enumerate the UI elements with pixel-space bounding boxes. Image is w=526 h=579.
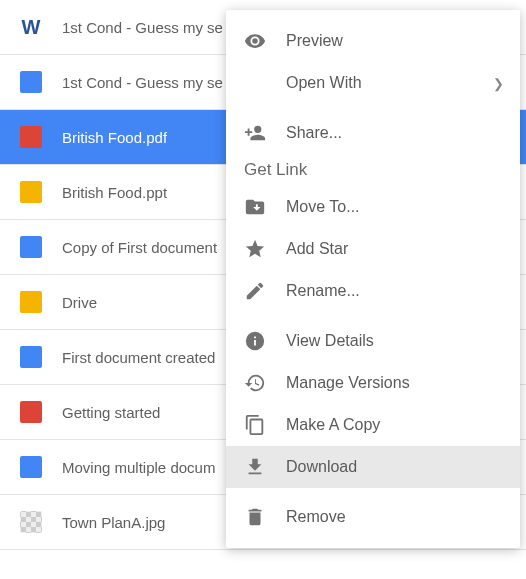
- file-name: British Food.ppt: [62, 184, 167, 201]
- menu-label: Move To...: [286, 198, 360, 216]
- file-name: Moving multiple docum: [62, 459, 215, 476]
- menu-remove[interactable]: Remove: [226, 496, 520, 538]
- menu-add-star[interactable]: Add Star: [226, 228, 520, 270]
- menu-label: Preview: [286, 32, 343, 50]
- menu-label: Add Star: [286, 240, 348, 258]
- chevron-right-icon: ❯: [493, 76, 504, 91]
- person-add-icon: [244, 122, 266, 144]
- gdoc-file-icon: [20, 456, 42, 478]
- blank-icon: [244, 72, 266, 94]
- menu-label: Get Link: [244, 160, 307, 179]
- gslide-file-icon: [20, 181, 42, 203]
- history-icon: [244, 372, 266, 394]
- menu-preview[interactable]: Preview: [226, 20, 520, 62]
- menu-label: View Details: [286, 332, 374, 350]
- menu-share[interactable]: Share...: [226, 112, 520, 154]
- file-name: 1st Cond - Guess my se: [62, 74, 223, 91]
- eye-icon: [244, 30, 266, 52]
- menu-download[interactable]: Download: [226, 446, 520, 488]
- pdf-file-icon: [20, 126, 42, 148]
- file-name: First document created: [62, 349, 215, 366]
- menu-make-a-copy[interactable]: Make A Copy: [226, 404, 520, 446]
- file-name: Drive: [62, 294, 97, 311]
- file-name: British Food.pdf: [62, 129, 167, 146]
- gslide-file-icon: [20, 291, 42, 313]
- gdoc-file-icon: [20, 236, 42, 258]
- image-file-icon: [20, 511, 42, 533]
- menu-label: Download: [286, 458, 357, 476]
- pencil-icon: [244, 280, 266, 302]
- trash-icon: [244, 506, 266, 528]
- download-icon: [244, 456, 266, 478]
- menu-manage-versions[interactable]: Manage Versions: [226, 362, 520, 404]
- file-name: 1st Cond - Guess my se: [62, 19, 223, 36]
- menu-label: Remove: [286, 508, 346, 526]
- menu-view-details[interactable]: View Details: [226, 320, 520, 362]
- menu-get-link[interactable]: Get Link: [226, 154, 520, 186]
- gdoc-file-icon: [20, 71, 42, 93]
- menu-rename[interactable]: Rename...: [226, 270, 520, 312]
- menu-label: Open With: [286, 74, 362, 92]
- file-name: Town PlanA.jpg: [62, 514, 165, 531]
- copy-icon: [244, 414, 266, 436]
- file-name: Getting started: [62, 404, 160, 421]
- menu-move-to[interactable]: Move To...: [226, 186, 520, 228]
- info-icon: [244, 330, 266, 352]
- menu-label: Share...: [286, 124, 342, 142]
- word-file-icon: W: [20, 16, 42, 38]
- gdoc-file-icon: [20, 346, 42, 368]
- context-menu: Preview Open With ❯ Share... Get Link Mo…: [226, 10, 520, 548]
- menu-open-with[interactable]: Open With ❯: [226, 62, 520, 104]
- menu-label: Make A Copy: [286, 416, 380, 434]
- file-name: Copy of First document: [62, 239, 217, 256]
- menu-label: Manage Versions: [286, 374, 410, 392]
- star-icon: [244, 238, 266, 260]
- menu-label: Rename...: [286, 282, 360, 300]
- pdf-file-icon: [20, 401, 42, 423]
- folder-move-icon: [244, 196, 266, 218]
